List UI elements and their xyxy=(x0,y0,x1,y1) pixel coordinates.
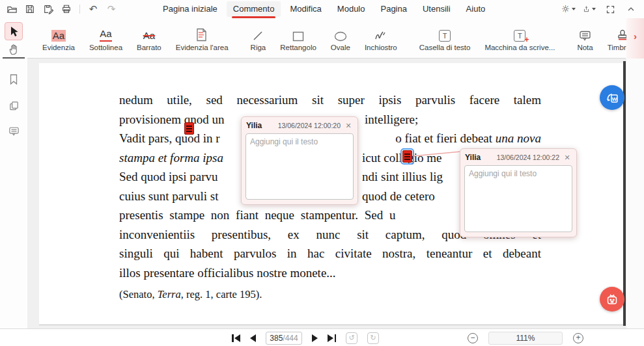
sticky-note-annotation-2[interactable] xyxy=(402,150,412,163)
pdf-page[interactable]: nedum utile, sed necessarium sit super i… xyxy=(39,63,623,325)
tab-commento[interactable]: Commento xyxy=(227,1,281,17)
highlight-button[interactable]: Aa Evidenzia xyxy=(35,20,82,57)
share-icon[interactable] xyxy=(583,3,596,16)
previous-page-button[interactable] xyxy=(250,334,256,342)
convert-to-word-button[interactable]: W xyxy=(600,85,624,110)
save-as-icon[interactable] xyxy=(42,3,55,16)
rectangle-tool-button[interactable]: Rettangolo xyxy=(273,20,324,57)
robot-icon xyxy=(604,291,620,307)
ink-tool-button[interactable]: Inchiostro xyxy=(357,20,404,57)
page-number-input[interactable]: 385/444 xyxy=(266,332,302,345)
menu-tabs: Pagina iniziale Commento Modifica Modulo… xyxy=(156,0,492,18)
underline-icon: Aa xyxy=(100,25,111,42)
oval-icon xyxy=(334,25,347,42)
note-timestamp: 13/06/2024 12:00:20 xyxy=(278,122,341,129)
document-viewport: nedum utile, sed necessarium sit super i… xyxy=(27,59,644,328)
comment-toolbar: Aa Evidenzia Aa Sottolinea Aa Barrato Ev… xyxy=(27,18,626,59)
note-popup-2[interactable]: Yilia 13/06/2024 12:00:22 xyxy=(460,148,577,237)
note-button[interactable]: Nota xyxy=(570,20,600,57)
oval-tool-button[interactable]: Ovale xyxy=(324,20,357,57)
line-tool-button[interactable]: Riga xyxy=(244,20,273,57)
tab-pagina[interactable]: Pagina xyxy=(374,1,413,17)
rectangle-icon xyxy=(292,25,304,42)
document-text-line: singuli qui habent parvulos in hac civit… xyxy=(119,246,541,263)
note-author: Yilia xyxy=(465,153,481,162)
tab-utensili[interactable]: Utensili xyxy=(416,1,457,17)
underline-button[interactable]: Aa Sottolinea xyxy=(82,20,130,57)
note-timestamp: 13/06/2024 12:00:22 xyxy=(497,153,559,161)
tab-aiuto[interactable]: Aiuto xyxy=(460,1,492,17)
note-author: Yilia xyxy=(246,121,262,130)
area-highlight-icon xyxy=(196,25,208,42)
ink-icon xyxy=(374,25,387,42)
previous-view-icon[interactable]: ↺ xyxy=(346,332,357,344)
collapse-toolbar-icon[interactable] xyxy=(624,3,637,16)
right-panel-strip xyxy=(626,59,644,328)
zoom-out-button[interactable]: − xyxy=(468,333,478,343)
zoom-level-select[interactable]: 111% xyxy=(488,332,563,345)
pages-icon xyxy=(8,100,20,111)
pdf-editor-window: Pagina iniziale Commento Modifica Modulo… xyxy=(0,0,644,346)
typewriter-button[interactable]: T+ Macchina da scrive... xyxy=(477,20,562,57)
select-tool-button[interactable] xyxy=(5,22,23,40)
statusbar: 385/444 ↺ ↻ − 111% + xyxy=(0,328,644,346)
bookmark-icon xyxy=(8,73,19,85)
citation-line: (Senato, Terra, reg. 1, carte 195). xyxy=(119,288,541,305)
strikethrough-icon: Aa xyxy=(143,25,155,42)
note-text-input[interactable] xyxy=(464,165,572,232)
hand-icon xyxy=(8,44,20,55)
zoom-in-button[interactable]: + xyxy=(573,333,583,343)
tab-pagina-iniziale[interactable]: Pagina iniziale xyxy=(156,1,224,17)
comments-panel-button[interactable] xyxy=(5,122,23,140)
fullscreen-icon[interactable] xyxy=(604,3,617,16)
redo-icon[interactable] xyxy=(105,3,118,16)
thumbnails-panel-button[interactable] xyxy=(5,96,23,114)
chevron-down-icon xyxy=(572,8,576,10)
line-icon xyxy=(252,25,264,42)
first-page-button[interactable] xyxy=(232,334,240,342)
textbox-button[interactable]: T Casella di testo xyxy=(412,20,478,57)
divider xyxy=(3,57,25,59)
textbox-icon: T xyxy=(439,25,451,42)
note-text-input[interactable] xyxy=(245,133,354,200)
undo-icon[interactable] xyxy=(87,3,100,16)
document-text-line: illos presentare officialibus nostre mon… xyxy=(119,266,541,283)
print-icon[interactable] xyxy=(60,3,73,16)
tab-modifica[interactable]: Modifica xyxy=(283,1,328,17)
theme-icon[interactable] xyxy=(562,3,575,16)
left-sidebar xyxy=(0,18,27,328)
typewriter-icon: T+ xyxy=(514,25,525,42)
close-icon[interactable] xyxy=(563,153,572,162)
strikethrough-button[interactable]: Aa Barrato xyxy=(130,20,169,57)
toolbar-expand-panel[interactable]: › xyxy=(626,18,644,59)
next-page-button[interactable] xyxy=(312,334,318,342)
ai-assistant-button[interactable] xyxy=(600,287,624,312)
divider xyxy=(79,5,80,14)
next-view-icon[interactable]: ↻ xyxy=(367,332,379,344)
close-icon[interactable] xyxy=(344,121,353,130)
last-page-button[interactable] xyxy=(328,334,336,342)
open-file-icon[interactable] xyxy=(5,3,18,16)
word-convert-icon: W xyxy=(604,90,620,105)
cursor-arrow-icon xyxy=(9,26,19,37)
area-highlight-button[interactable]: Evidenzia l'area xyxy=(169,20,236,57)
document-text-line: nedum utile, sed necessarium sit super i… xyxy=(119,93,541,110)
note-popup-1[interactable]: Yilia 13/06/2024 12:00:20 xyxy=(241,116,358,205)
sticky-note-annotation-1[interactable] xyxy=(184,122,194,135)
hand-tool-button[interactable] xyxy=(5,40,23,59)
bookmarks-panel-button[interactable] xyxy=(5,70,23,88)
comment-icon xyxy=(8,126,20,137)
chevron-right-icon: › xyxy=(634,31,637,42)
save-icon[interactable] xyxy=(23,3,36,16)
svg-text:W: W xyxy=(612,96,617,102)
highlight-icon: Aa xyxy=(51,25,66,42)
titlebar: Pagina iniziale Commento Modifica Modulo… xyxy=(0,0,644,18)
chevron-down-icon xyxy=(592,8,596,10)
tab-modulo[interactable]: Modulo xyxy=(331,1,372,17)
sticky-note-icon xyxy=(579,25,591,42)
